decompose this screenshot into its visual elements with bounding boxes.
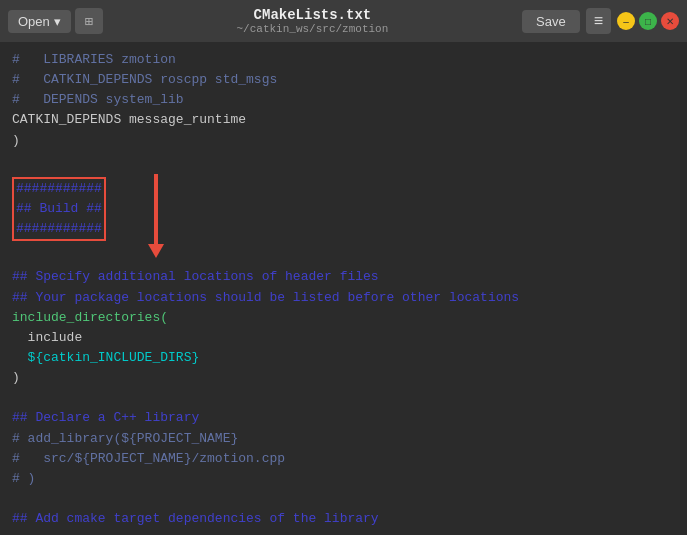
code-line	[12, 388, 675, 408]
open-label: Open	[18, 14, 50, 29]
open-chevron-icon: ▾	[54, 14, 61, 29]
build-section-box: ########### ## Build ## ###########	[12, 177, 106, 241]
titlebar-center: CMakeLists.txt ~/catkin_ws/src/zmotion	[237, 7, 389, 35]
code-line: include_directories(	[12, 308, 675, 328]
code-line: ###########	[16, 179, 102, 199]
minimize-button[interactable]: –	[617, 12, 635, 30]
code-line: ## Add cmake target dependencies of the …	[12, 509, 675, 529]
menu-button[interactable]: ≡	[586, 8, 611, 34]
code-line: # add_library(${PROJECT_NAME}	[12, 429, 675, 449]
code-editor[interactable]: # LIBRARIES zmotion # CATKIN_DEPENDS ros…	[0, 42, 687, 535]
build-box-container: ########### ## Build ## ###########	[12, 173, 675, 245]
file-title: CMakeLists.txt	[237, 7, 389, 23]
save-button[interactable]: Save	[522, 10, 580, 33]
editor-icon: ⊞	[75, 8, 103, 34]
titlebar: Open ▾ ⊞ CMakeLists.txt ~/catkin_ws/src/…	[0, 0, 687, 42]
code-line	[12, 247, 675, 267]
code-line: # LIBRARIES zmotion	[12, 50, 675, 70]
code-line: ## Specify additional locations of heade…	[12, 267, 675, 287]
open-button[interactable]: Open ▾	[8, 10, 71, 33]
code-line: CATKIN_DEPENDS message_runtime	[12, 110, 675, 130]
code-line: # DEPENDS system_lib	[12, 90, 675, 110]
code-line: ## Build ##	[16, 199, 102, 219]
code-line	[12, 489, 675, 509]
code-line: )	[12, 131, 675, 151]
code-line: # src/${PROJECT_NAME}/zmotion.cpp	[12, 449, 675, 469]
window-controls: – □ ✕	[617, 12, 679, 30]
code-line: # )	[12, 469, 675, 489]
titlebar-left: Open ▾ ⊞	[8, 8, 103, 34]
code-line: ${catkin_INCLUDE_DIRS}	[12, 348, 675, 368]
code-line: ## Your package locations should be list…	[12, 288, 675, 308]
code-line: include	[12, 328, 675, 348]
close-button[interactable]: ✕	[661, 12, 679, 30]
file-path: ~/catkin_ws/src/zmotion	[237, 23, 389, 35]
code-line: )	[12, 368, 675, 388]
code-line	[12, 151, 675, 171]
code-line: # CATKIN_DEPENDS roscpp std_msgs	[12, 70, 675, 90]
code-line: ## Declare a C++ library	[12, 408, 675, 428]
maximize-button[interactable]: □	[639, 12, 657, 30]
code-line: ###########	[16, 219, 102, 239]
titlebar-right: Save ≡ – □ ✕	[522, 8, 679, 34]
